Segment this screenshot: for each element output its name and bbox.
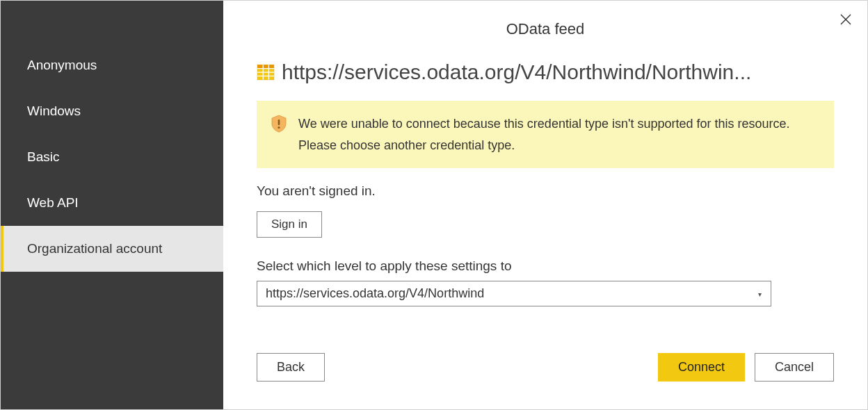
dialog-footer: Back Connect Cancel	[257, 353, 834, 382]
connect-button-label: Connect	[678, 360, 725, 374]
footer-right-buttons: Connect Cancel	[658, 353, 834, 382]
sidebar-item-label: Anonymous	[27, 58, 97, 72]
level-select[interactable]: https://services.odata.org/V4/Northwind	[257, 281, 771, 306]
odata-credentials-dialog: Anonymous Windows Basic Web API Organiza…	[0, 0, 868, 410]
warning-banner: We were unable to connect because this c…	[257, 101, 834, 168]
signin-status: You aren't signed in.	[257, 183, 834, 199]
sidebar-item-anonymous[interactable]: Anonymous	[1, 42, 223, 88]
level-select-label: Select which level to apply these settin…	[257, 259, 834, 274]
dialog-title: OData feed	[223, 1, 867, 42]
level-select-wrapper: https://services.odata.org/V4/Northwind …	[257, 281, 771, 306]
data-source-url-row: https://services.odata.org/V4/Northwind/…	[257, 60, 834, 84]
close-button[interactable]	[839, 13, 852, 29]
sidebar-item-label: Web API	[27, 195, 79, 210]
svg-rect-3	[257, 65, 274, 68]
warning-message: We were unable to connect because this c…	[298, 117, 790, 152]
connect-button[interactable]: Connect	[658, 353, 745, 382]
sign-in-button-label: Sign in	[271, 218, 307, 231]
sidebar-item-organizational-account[interactable]: Organizational account	[1, 226, 223, 272]
cancel-button[interactable]: Cancel	[755, 353, 834, 382]
odata-table-icon	[257, 63, 275, 81]
back-button[interactable]: Back	[257, 353, 325, 382]
sidebar-item-windows[interactable]: Windows	[1, 88, 223, 134]
warning-shield-icon	[271, 115, 287, 133]
back-button-label: Back	[277, 360, 305, 374]
sidebar-item-label: Organizational account	[27, 241, 162, 256]
svg-point-10	[278, 126, 280, 129]
close-icon	[839, 13, 852, 26]
level-select-value: https://services.odata.org/V4/Northwind	[266, 286, 484, 300]
cancel-button-label: Cancel	[775, 360, 814, 374]
sidebar-item-basic[interactable]: Basic	[1, 134, 223, 180]
auth-type-sidebar: Anonymous Windows Basic Web API Organiza…	[1, 1, 223, 409]
main-panel: OData feed https://services.odata.org/V4	[223, 1, 867, 409]
data-source-url: https://services.odata.org/V4/Northwind/…	[282, 60, 751, 84]
svg-rect-9	[278, 120, 280, 125]
sidebar-item-web-api[interactable]: Web API	[1, 180, 223, 226]
sign-in-button[interactable]: Sign in	[257, 211, 322, 238]
sidebar-item-label: Windows	[27, 104, 81, 118]
sidebar-item-label: Basic	[27, 149, 59, 164]
